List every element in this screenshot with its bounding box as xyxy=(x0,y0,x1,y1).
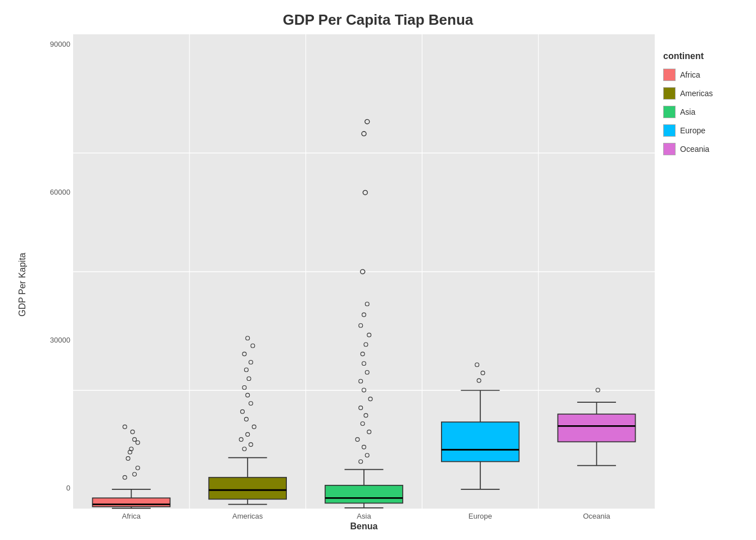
legend-swatch xyxy=(663,106,676,118)
svg-point-69 xyxy=(362,313,366,317)
legend-swatch xyxy=(663,124,676,137)
svg-point-52 xyxy=(359,460,363,464)
legend-swatch xyxy=(663,143,676,155)
svg-rect-26 xyxy=(209,478,286,500)
legend-label: Africa xyxy=(680,70,700,79)
svg-point-23 xyxy=(123,425,127,429)
svg-point-72 xyxy=(362,132,366,136)
svg-rect-77 xyxy=(442,422,519,461)
svg-point-22 xyxy=(130,430,134,434)
svg-point-34 xyxy=(252,425,256,429)
x-axis-label: Benua xyxy=(73,520,655,534)
svg-point-35 xyxy=(244,417,248,421)
svg-point-65 xyxy=(361,352,364,356)
svg-point-62 xyxy=(359,379,363,383)
svg-point-82 xyxy=(481,371,485,375)
svg-point-16 xyxy=(136,466,140,470)
y-axis: 9000060000300000 xyxy=(34,34,73,509)
legend-swatch xyxy=(663,87,676,100)
svg-point-68 xyxy=(359,323,363,327)
plot-svg xyxy=(73,34,655,509)
svg-point-17 xyxy=(126,457,130,461)
x-tick: Asia xyxy=(306,512,422,520)
svg-point-57 xyxy=(361,422,364,426)
svg-point-43 xyxy=(242,352,246,356)
svg-point-44 xyxy=(251,344,255,348)
x-tick: Americas xyxy=(190,512,306,520)
chart-container: GDP Per Capita Tiap Benua GDP Per Kapita… xyxy=(0,0,756,540)
svg-rect-48 xyxy=(325,485,403,503)
svg-rect-86 xyxy=(558,414,636,442)
legend-title: continent xyxy=(663,51,736,61)
svg-point-36 xyxy=(241,410,245,413)
svg-point-37 xyxy=(249,402,253,406)
svg-point-64 xyxy=(362,362,366,366)
svg-point-21 xyxy=(136,440,140,444)
legend-label: Oceania xyxy=(680,145,709,154)
svg-point-67 xyxy=(367,333,371,337)
svg-point-54 xyxy=(362,445,366,449)
svg-point-60 xyxy=(368,397,372,401)
legend-swatch xyxy=(663,69,676,81)
svg-point-70 xyxy=(365,302,369,306)
svg-point-55 xyxy=(356,438,359,442)
svg-point-58 xyxy=(364,413,368,417)
legend-item: Asia xyxy=(663,106,736,118)
plot-area-container: 9000060000300000 xyxy=(34,34,655,534)
plot-area xyxy=(73,34,655,509)
legend-label: Americas xyxy=(680,89,713,98)
svg-point-41 xyxy=(244,368,248,372)
svg-point-45 xyxy=(246,336,250,340)
svg-point-20 xyxy=(128,450,132,454)
svg-point-53 xyxy=(365,453,369,457)
svg-point-66 xyxy=(364,343,368,346)
y-tick: 90000 xyxy=(50,40,70,48)
chart-body: GDP Per Kapita 9000060000300000 xyxy=(11,34,745,534)
legend: continent AfricaAmericasAsiaEuropeOceani… xyxy=(655,46,745,534)
svg-point-33 xyxy=(246,433,250,436)
legend-item: Americas xyxy=(663,87,736,100)
svg-point-38 xyxy=(246,393,250,397)
svg-point-40 xyxy=(247,377,251,381)
svg-point-32 xyxy=(239,438,243,442)
y-axis-label-container: GDP Per Kapita xyxy=(11,34,34,534)
svg-point-39 xyxy=(242,386,246,390)
y-axis-label: GDP Per Kapita xyxy=(17,253,28,317)
svg-point-42 xyxy=(249,361,253,364)
legend-label: Europe xyxy=(680,126,705,135)
svg-point-56 xyxy=(367,430,371,434)
svg-point-71 xyxy=(363,190,367,195)
y-tick: 30000 xyxy=(50,336,70,344)
x-axis: AfricaAmericasAsiaEuropeOceania xyxy=(73,509,655,520)
svg-point-73 xyxy=(365,119,370,124)
legend-label: Asia xyxy=(680,107,695,116)
svg-point-19 xyxy=(133,438,137,442)
svg-point-81 xyxy=(477,379,481,382)
svg-point-59 xyxy=(359,406,363,410)
svg-point-83 xyxy=(475,363,479,367)
plot-and-yaxis: 9000060000300000 xyxy=(34,34,655,509)
x-tick: Oceania xyxy=(538,512,655,520)
svg-point-63 xyxy=(365,371,369,375)
svg-point-30 xyxy=(242,447,246,451)
x-tick: Africa xyxy=(73,512,190,520)
y-tick: 60000 xyxy=(50,188,70,196)
legend-item: Oceania xyxy=(663,143,736,155)
x-tick: Europe xyxy=(422,512,538,520)
svg-point-15 xyxy=(133,472,137,476)
svg-rect-10 xyxy=(92,498,170,506)
chart-title: GDP Per Capita Tiap Benua xyxy=(283,11,474,29)
svg-point-31 xyxy=(249,443,253,447)
svg-point-14 xyxy=(123,475,127,479)
legend-item: Africa xyxy=(663,69,736,81)
legend-item: Europe xyxy=(663,124,736,137)
y-tick: 0 xyxy=(66,484,70,492)
